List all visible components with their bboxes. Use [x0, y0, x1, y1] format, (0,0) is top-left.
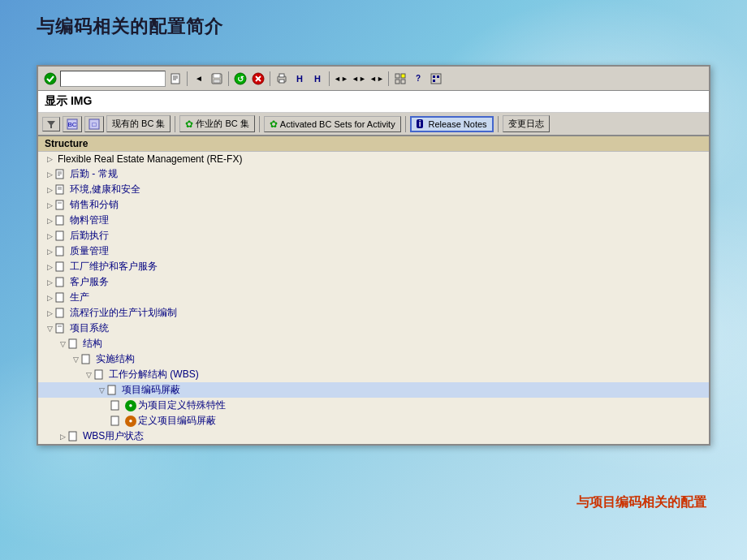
- bc-activated-label: Activated BC Sets for Activity: [280, 119, 395, 129]
- bc-icon2[interactable]: □: [84, 116, 104, 132]
- tree-row[interactable]: ▷ 生产: [38, 290, 709, 305]
- action-icon-green: ●: [125, 400, 136, 411]
- tree-row[interactable]: ▽ 项目系统: [38, 321, 709, 336]
- toolbar-doc-btn[interactable]: [167, 71, 184, 87]
- svg-text:↺: ↺: [237, 75, 244, 84]
- bc-work-btn[interactable]: ✿ 作业的 BC 集: [179, 115, 254, 132]
- tree-row[interactable]: ● 定义项目编码屏蔽: [38, 413, 709, 429]
- toolbar-config[interactable]: [428, 71, 444, 87]
- tree-row[interactable]: ▷ 工厂维护和客户服务: [38, 259, 709, 274]
- tree-row[interactable]: ▷ 后勤 - 常规: [38, 166, 709, 182]
- img-label: 显示 IMG: [45, 94, 92, 107]
- tree-row[interactable]: ▷ 客户服务: [38, 274, 709, 290]
- tree-row[interactable]: ▷ 流程行业的生产计划编制: [38, 305, 709, 321]
- svg-rect-15: [279, 80, 284, 83]
- release-notes-btn[interactable]: i Release Notes: [410, 116, 494, 132]
- toolbar-h1[interactable]: H: [291, 71, 308, 87]
- bc-icon1[interactable]: BC: [63, 116, 82, 132]
- svg-text:□: □: [93, 121, 97, 128]
- doc-icon: [54, 168, 67, 181]
- toolbar-input[interactable]: [60, 71, 166, 87]
- svg-rect-44: [56, 308, 63, 317]
- doc-icon: [54, 261, 67, 274]
- toolbar-nav-back[interactable]: ◄: [191, 71, 207, 87]
- toolbar-arr3[interactable]: ◄►: [369, 71, 385, 87]
- tree-row[interactable]: ▽ 工作分解结构 (WBS): [38, 367, 709, 382]
- bc-existing-btn[interactable]: 现有的 BC 集: [106, 115, 171, 132]
- tree-area: ▷ Flexible Real Estate Management (RE-FX…: [38, 152, 709, 444]
- svg-rect-36: [56, 200, 63, 209]
- toolbar-h2[interactable]: H: [309, 71, 326, 87]
- button-bar: BC □ 现有的 BC 集 ✿ 作业的 BC 集 ✿ Activated BC …: [38, 113, 709, 136]
- toolbar-check-btn[interactable]: [42, 71, 58, 87]
- svg-rect-16: [395, 74, 399, 78]
- tree-label: 工作分解结构 (WBS): [109, 368, 199, 381]
- tree-label: 后勤执行: [70, 229, 109, 243]
- tree-label: Flexible Real Estate Management (RE-FX): [58, 153, 242, 165]
- tree-label: 项目系统: [70, 321, 109, 335]
- toolbar-arr2[interactable]: ◄►: [351, 71, 367, 87]
- bc-activated-btn[interactable]: ✿ Activated BC Sets for Activity: [264, 116, 401, 132]
- toolbar-arr1[interactable]: ◄►: [333, 71, 349, 87]
- expand-icon: ▽: [97, 386, 106, 395]
- svg-rect-6: [214, 74, 220, 78]
- doc-icon: [67, 338, 80, 351]
- svg-rect-47: [69, 339, 76, 348]
- tree-label: 实施结构: [96, 352, 135, 366]
- tree-row[interactable]: ▽ 结构: [38, 336, 709, 351]
- tree-row[interactable]: ▷ 物料管理: [38, 213, 709, 228]
- tree-row[interactable]: ▷ 销售和分销: [38, 197, 709, 213]
- tree-row[interactable]: ▷ 质量管理: [38, 243, 709, 259]
- doc-icon: [106, 384, 119, 397]
- img-bar: 显示 IMG: [38, 91, 709, 113]
- expand-icon: ▷: [45, 231, 54, 241]
- doc-icon: [54, 183, 67, 196]
- tree-label: 工厂维护和客户服务: [70, 260, 158, 274]
- svg-rect-42: [56, 278, 63, 286]
- svg-rect-38: [56, 216, 63, 225]
- expand-icon: ▷: [45, 308, 54, 318]
- sap-window: ◄ ↺: [37, 65, 710, 446]
- toolbar-cancel[interactable]: [250, 71, 266, 87]
- svg-point-0: [45, 73, 56, 84]
- release-notes-label: Release Notes: [428, 119, 486, 129]
- tree-row-highlighted[interactable]: ▽ 项目编码屏蔽: [38, 382, 709, 398]
- svg-rect-45: [56, 324, 63, 333]
- doc-icon: [54, 276, 67, 289]
- expand-icon: ▷: [45, 247, 54, 256]
- toolbar-help[interactable]: ?: [410, 71, 426, 87]
- tree-row[interactable]: ▷ 后勤执行: [38, 228, 709, 243]
- expand-icon: ▷: [45, 154, 54, 164]
- tree-label: 环境,健康和安全: [70, 183, 140, 196]
- expand-icon: ▽: [58, 339, 67, 349]
- svg-marker-24: [47, 121, 55, 128]
- bc-work-label: 作业的 BC 集: [196, 118, 248, 130]
- expand-icon: ▷: [45, 185, 54, 195]
- tree-row[interactable]: ● 为项目定义特殊特性: [38, 398, 709, 413]
- tree-row[interactable]: ▷ Flexible Real Estate Management (RE-FX…: [38, 152, 709, 166]
- svg-rect-29: [56, 170, 63, 179]
- toolbar-refresh[interactable]: ↺: [232, 71, 248, 87]
- doc-icon: [80, 353, 93, 366]
- toolbar-sep-5: [388, 71, 389, 86]
- tree-row[interactable]: ▽ 实施结构: [38, 351, 709, 367]
- expand-icon: ▷: [45, 200, 54, 210]
- change-log-btn[interactable]: 变更日志: [503, 115, 550, 132]
- tree-row[interactable]: ▷ WBS用户状态: [38, 429, 709, 444]
- btn-sep-3: [405, 116, 406, 132]
- svg-rect-41: [56, 262, 63, 271]
- tree-row[interactable]: ▷ 环境,健康和安全: [38, 182, 709, 197]
- doc-icon: [54, 230, 67, 243]
- toolbar-grid[interactable]: [392, 71, 408, 87]
- expand-icon: ▷: [45, 216, 54, 226]
- filter-btn[interactable]: [42, 117, 60, 131]
- svg-rect-53: [69, 432, 76, 441]
- svg-rect-1: [171, 74, 179, 84]
- svg-rect-22: [433, 80, 435, 82]
- toolbar-print[interactable]: [274, 71, 290, 87]
- toolbar-save[interactable]: [209, 71, 225, 87]
- expand-icon: ▷: [45, 293, 54, 303]
- svg-rect-23: [437, 75, 439, 78]
- svg-rect-7: [214, 80, 220, 83]
- tree-label: 项目编码屏蔽: [122, 383, 180, 397]
